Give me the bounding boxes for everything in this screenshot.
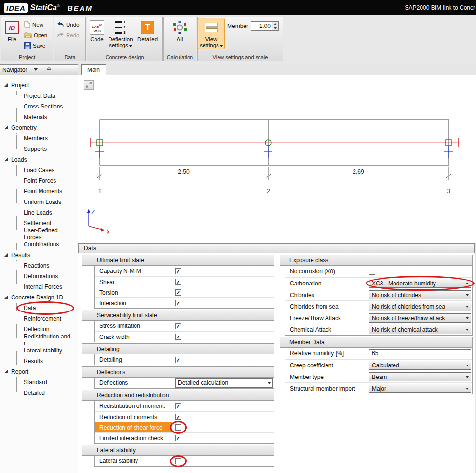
tree-item-lateral-stability[interactable]: Lateral stability: [17, 345, 74, 356]
deflection-settings-button[interactable]: 1 2 3 Deflection settings: [106, 18, 135, 49]
member-spinner[interactable]: [272, 22, 278, 30]
tree-node-report[interactable]: Report: [3, 366, 78, 377]
tree-item-results[interactable]: Results: [17, 356, 74, 366]
tree-node-concrete-design-1d[interactable]: Concrete Design 1D: [3, 292, 78, 303]
tree-item-label: Combinations: [24, 241, 59, 248]
dimension-label-2: 2.69: [353, 168, 364, 175]
member-spinbox[interactable]: 1.00: [251, 21, 279, 31]
undo-button[interactable]: Undo: [55, 19, 82, 29]
open-button[interactable]: Open: [22, 30, 49, 40]
checkbox-limited-interaction-check[interactable]: ✓: [175, 435, 181, 441]
checkbox-crack-width[interactable]: ✓: [175, 334, 181, 340]
tree-item-uniform-loads[interactable]: Uniform Loads: [17, 197, 74, 207]
ribbon: ID File New Open Save Project: [0, 15, 476, 64]
dropdown-structural-member-import[interactable]: Major: [369, 384, 471, 393]
checkbox-reduction-of-shear-force[interactable]: [175, 424, 181, 431]
tree-item-user-defined-forces[interactable]: User-Defined Forces: [17, 229, 74, 239]
tree-node-results[interactable]: Results: [3, 250, 78, 260]
calculate-all-button[interactable]: All: [168, 18, 192, 42]
tree-item-detailed[interactable]: Detailed: [17, 388, 74, 398]
spin-up-icon[interactable]: [272, 22, 278, 26]
idea-logo: IDEA: [4, 3, 28, 13]
tree-item-line-loads[interactable]: Line Loads: [17, 207, 74, 218]
tree-item-point-forces[interactable]: Point Forces: [17, 176, 74, 186]
tree-node-loads[interactable]: Loads: [3, 154, 78, 165]
checkbox-detailing[interactable]: ✓: [175, 357, 181, 363]
checkbox-interaction[interactable]: ✓: [175, 300, 181, 306]
expander-icon[interactable]: [4, 253, 8, 257]
dropdown-carbonation[interactable]: XC3 - Moderate humidity: [369, 279, 471, 288]
tree-item-project-data[interactable]: Project Data: [17, 91, 74, 101]
data-column-right: Exposure classNo corrosion (X0)Carbonati…: [280, 255, 473, 395]
tree-item-members[interactable]: Members: [17, 133, 74, 144]
view-settings-button[interactable]: View settings: [198, 18, 224, 49]
tree-item-internal-forces[interactable]: Internal Forces: [17, 282, 74, 292]
code-label: Code: [90, 36, 104, 42]
tree-item-cross-sections[interactable]: Cross-Sections: [17, 101, 74, 112]
beam-model-drawing[interactable]: 2.50 2.69 1 2 3 Z X: [78, 75, 476, 244]
expander-icon[interactable]: [4, 158, 8, 161]
tree-item-data[interactable]: Data: [17, 303, 74, 313]
dropdown-member-type[interactable]: Beam: [369, 372, 471, 381]
row-label: Relative humidity [%]: [285, 348, 366, 359]
tree-item-standard[interactable]: Standard: [17, 377, 74, 388]
tree-item-label: Supports: [24, 146, 47, 152]
data-row: Stress limitation✓: [95, 321, 274, 331]
tab-main[interactable]: Main: [81, 64, 106, 75]
checkbox-capacity-n-m-m[interactable]: ✓: [175, 268, 181, 274]
save-button[interactable]: Save: [22, 41, 49, 51]
expander-icon[interactable]: [4, 83, 8, 87]
tree-item-materials[interactable]: Materials: [17, 112, 74, 122]
dropdown-freeze-thaw-attack[interactable]: No risk of freeze/thaw attack: [369, 313, 471, 323]
dropdown-creep-coefficient[interactable]: Calculated: [369, 361, 471, 370]
navigator-dropdown-icon[interactable]: [34, 68, 38, 73]
file-button[interactable]: ID File: [2, 18, 22, 42]
input-relative-humidity[interactable]: 65: [369, 349, 471, 358]
tree-item-reactions[interactable]: Reactions: [17, 260, 74, 271]
tree-item-label: Internal Forces: [24, 284, 62, 290]
ribbon-group-calculation: All Calculation: [163, 17, 196, 61]
pin-icon[interactable]: [46, 67, 52, 73]
checkbox-no-corrosion-x0[interactable]: [369, 269, 375, 275]
tree-item-label: Reactions: [24, 262, 49, 269]
tree-item-combinations[interactable]: Combinations: [17, 239, 74, 250]
checkbox-stress-limitation[interactable]: ✓: [175, 323, 181, 329]
spin-down-icon[interactable]: [272, 26, 278, 30]
data-column-left: Ultimate limit stateCapacity N-M-M✓Shear…: [82, 255, 274, 468]
tree-item-label: Load Cases: [24, 167, 54, 174]
dropdown-value: No risk of chlorides: [372, 292, 421, 298]
expander-icon[interactable]: [4, 370, 8, 373]
tree-item-point-moments[interactable]: Point Moments: [17, 186, 74, 197]
row-label: Reduction of moments: [95, 412, 172, 422]
data-row: DeflectionsDetailed calculation: [95, 378, 274, 388]
tree-node-geometry[interactable]: Geometry: [3, 122, 78, 133]
new-label: New: [32, 22, 43, 27]
redo-button[interactable]: Redo: [55, 30, 82, 40]
dropdown-chlorides-from-sea[interactable]: No risk of chlorides from sea: [369, 302, 471, 311]
tree-item-load-cases[interactable]: Load Cases: [17, 165, 74, 176]
zoom-extents-button[interactable]: [84, 80, 94, 90]
detailed-button[interactable]: T Detailed: [135, 18, 160, 42]
dropdown-chemical-attack[interactable]: No risk of chemical attack: [369, 325, 471, 334]
code-button[interactable]: 1.459025.8 Code: [88, 18, 106, 42]
tree-node-project[interactable]: Project: [3, 80, 78, 91]
expander-icon[interactable]: [4, 296, 8, 299]
checkbox-lateral-stability[interactable]: [175, 458, 181, 464]
data-row: Capacity N-M-M✓: [95, 266, 274, 276]
row-label: Stress limitation: [95, 321, 172, 331]
tree-item-redistribution-and-r[interactable]: Redistribution and r: [17, 335, 74, 345]
expander-icon[interactable]: [4, 126, 8, 129]
navigator-header[interactable]: Navigator: [0, 65, 78, 75]
new-button[interactable]: New: [22, 19, 49, 29]
dropdown-deflections[interactable]: Detailed calculation: [175, 378, 273, 388]
tree-item-supports[interactable]: Supports: [17, 144, 74, 154]
checkbox-redistribution-of-moment[interactable]: ✓: [175, 403, 181, 409]
new-file-icon: [24, 21, 30, 28]
tree-item-deformations[interactable]: Deformations: [17, 271, 74, 282]
checkbox-torsion[interactable]: ✓: [175, 289, 181, 296]
dropdown-chlorides[interactable]: No risk of chlorides: [369, 290, 471, 299]
code-icon-bottom: 25.8: [90, 29, 104, 33]
checkbox-reduction-of-moments[interactable]: ✓: [175, 414, 181, 420]
checkbox-shear[interactable]: ✓: [175, 279, 181, 285]
tree-item-reinforcement[interactable]: Reinforcement: [17, 313, 74, 324]
